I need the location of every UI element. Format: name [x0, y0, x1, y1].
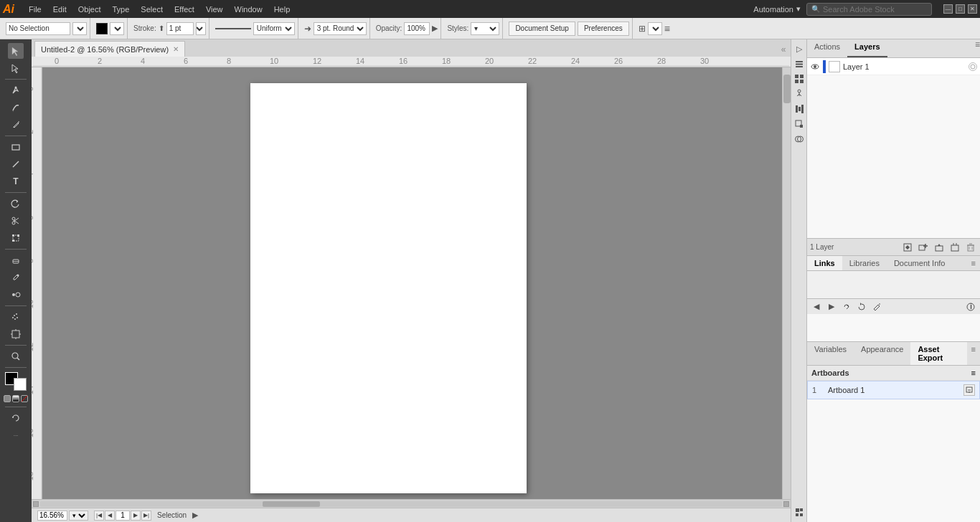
gradient-button[interactable]	[12, 395, 19, 402]
links-update-button[interactable]	[855, 300, 868, 313]
zoom-tool-button[interactable]	[8, 348, 24, 364]
menu-effect[interactable]: Effect	[169, 0, 200, 18]
links-edit-button[interactable]	[870, 300, 883, 313]
none-button[interactable]	[21, 395, 28, 402]
opacity-expand-icon[interactable]: ▶	[432, 24, 438, 33]
preferences-button[interactable]: Preferences	[578, 22, 629, 36]
transform-panel-icon[interactable]	[793, 118, 806, 130]
line-segment-tool-button[interactable]	[8, 156, 24, 172]
fg-bg-swatch-container[interactable]	[5, 372, 27, 391]
scroll-left-button[interactable]	[33, 501, 39, 507]
document-setup-button[interactable]: Document Setup	[509, 22, 575, 36]
symbol-sprayer-button[interactable]	[8, 309, 24, 325]
undo-redo-button[interactable]	[8, 410, 24, 426]
bottom-panel-menu-button[interactable]: ≡	[967, 256, 980, 270]
menu-file[interactable]: File	[23, 0, 47, 18]
asset-export-icon[interactable]	[793, 506, 806, 519]
blend-tool-button[interactable]	[8, 287, 24, 303]
pathfinder-icon[interactable]	[793, 133, 806, 146]
selection-type-select[interactable]: ▾	[72, 22, 87, 35]
next-page-button[interactable]: ▶	[131, 511, 141, 521]
properties-panel-icon[interactable]	[793, 57, 806, 70]
actions-panel-icon[interactable]: ▷	[793, 42, 806, 55]
stroke-unit-select[interactable]: ▾	[196, 22, 206, 35]
appearance-tab[interactable]: Appearance	[854, 342, 910, 365]
status-arrow-icon[interactable]: ▶	[192, 511, 198, 520]
layers-tab[interactable]: Layers	[847, 39, 887, 57]
type-tool-button[interactable]: T	[8, 174, 24, 189]
document-tab-close-button[interactable]: ✕	[173, 45, 179, 53]
panel-menu-icon[interactable]: ≡	[664, 23, 670, 34]
stroke-style-select[interactable]: Uniform	[253, 22, 295, 35]
artboard-export-button[interactable]	[963, 384, 975, 396]
variables-tab[interactable]: Variables	[807, 342, 854, 365]
style-select[interactable]: ▾	[471, 22, 499, 35]
canvas-viewport[interactable]	[42, 67, 782, 499]
menu-select[interactable]: Select	[135, 0, 169, 18]
last-page-button[interactable]: ▶|	[141, 511, 151, 521]
layer-visibility-toggle[interactable]	[810, 62, 820, 72]
links-forward-button[interactable]: ▶	[825, 300, 838, 313]
vertical-scrollbar[interactable]	[782, 67, 791, 499]
round-cap-select[interactable]: 3 pt. Round	[314, 22, 367, 35]
no-selection-input[interactable]	[6, 22, 70, 35]
color-mode-button[interactable]	[4, 395, 11, 402]
create-new-sublayer-button[interactable]	[917, 241, 930, 254]
scrollbar-thumb-h[interactable]	[263, 501, 320, 507]
view-mode-select[interactable]: ▾	[648, 22, 662, 35]
pencil-tool-button[interactable]	[8, 117, 24, 133]
direct-selection-tool-button[interactable]	[8, 60, 24, 76]
fill-type-select[interactable]: ▾	[110, 22, 124, 35]
fill-color-swatch[interactable]	[96, 23, 108, 34]
first-page-button[interactable]: |◀	[94, 511, 104, 521]
actions-tab[interactable]: Actions	[807, 39, 847, 57]
artboard-tool-button[interactable]	[8, 326, 24, 342]
workspace-dropdown[interactable]: Automation ▾	[748, 0, 806, 18]
libraries-panel-icon[interactable]	[793, 72, 806, 85]
lower-panel-menu-button[interactable]: ≡	[967, 342, 980, 365]
selection-tool-button[interactable]	[8, 43, 24, 59]
close-button[interactable]: ✕	[968, 4, 977, 14]
layer-lock-button[interactable]	[969, 62, 977, 71]
menu-type[interactable]: Type	[107, 0, 136, 18]
rotate-tool-button[interactable]	[8, 196, 24, 212]
menu-object[interactable]: Object	[72, 0, 107, 18]
maximize-button[interactable]: □	[956, 4, 965, 14]
pen-tool-button[interactable]	[8, 82, 24, 98]
asset-export-tab[interactable]: Asset Export	[910, 342, 966, 365]
opacity-input[interactable]	[404, 22, 430, 35]
brush-tool-button[interactable]	[8, 100, 24, 115]
arrange-view-icon[interactable]: ⊞	[639, 24, 646, 34]
prev-page-button[interactable]: ◀	[105, 511, 115, 521]
minimize-button[interactable]: —	[943, 4, 953, 14]
links-info-button[interactable]: i	[964, 300, 977, 313]
page-number-input[interactable]: 1	[116, 511, 130, 521]
zoom-select[interactable]: ▾	[69, 511, 88, 521]
eyedropper-tool-button[interactable]	[8, 270, 24, 285]
menu-edit[interactable]: Edit	[47, 0, 72, 18]
eraser-tool-button[interactable]	[8, 252, 24, 268]
align-panel-icon[interactable]	[793, 103, 806, 115]
links-tab[interactable]: Links	[807, 256, 842, 270]
stroke-value-input[interactable]	[166, 22, 194, 35]
document-tab[interactable]: Untitled-2 @ 16.56% (RGB/Preview) ✕	[34, 41, 185, 57]
more-tools-button[interactable]: ···	[8, 427, 24, 443]
links-back-button[interactable]: ◀	[810, 300, 823, 313]
libraries-tab[interactable]: Libraries	[842, 256, 887, 270]
make-sublayer-button[interactable]	[901, 241, 914, 254]
rectangle-tool-button[interactable]	[8, 139, 24, 155]
new-layer-button[interactable]	[948, 241, 961, 254]
delete-layer-button[interactable]	[964, 241, 977, 254]
vertical-scrollbar-thumb[interactable]	[783, 75, 791, 103]
move-to-new-layer-button[interactable]	[933, 241, 946, 254]
menu-window[interactable]: Window	[229, 0, 268, 18]
scissors-tool-button[interactable]	[8, 213, 24, 229]
scroll-right-button[interactable]	[783, 501, 789, 507]
puppet-warp-icon[interactable]	[793, 87, 806, 100]
panel-collapse-button[interactable]: «	[776, 42, 791, 57]
artboards-menu-button[interactable]: ≡	[971, 369, 976, 377]
menu-help[interactable]: Help	[268, 0, 296, 18]
free-transform-tool-button[interactable]	[8, 230, 24, 246]
links-relink-button[interactable]	[840, 300, 853, 313]
horizontal-scrollbar[interactable]	[32, 499, 791, 508]
